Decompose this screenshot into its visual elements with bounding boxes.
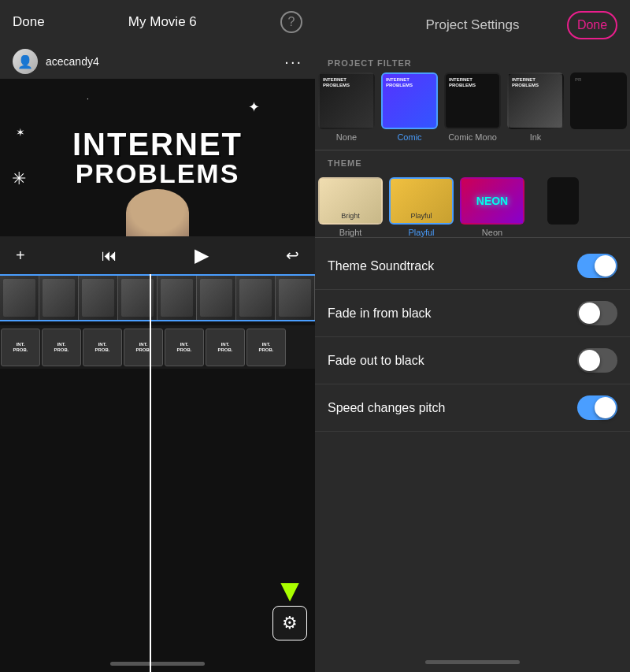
setting-row-theme-soundtrack: Theme Soundtrack — [315, 243, 630, 290]
theme-scroll: Bright Bright Playful Playful NEON Neon — [315, 173, 630, 237]
theme-soundtrack-toggle[interactable] — [577, 254, 617, 278]
home-bar — [425, 660, 520, 664]
project-filter-label: PROJECT FILTER — [315, 50, 630, 72]
theme-item-neon[interactable]: NEON Neon — [457, 177, 528, 237]
theme-thumb-neon: NEON — [460, 177, 524, 225]
undo-button[interactable]: ↩ — [286, 246, 299, 265]
filter-label-ink: Ink — [530, 132, 542, 142]
filter-label-comicmono: Comic Mono — [448, 132, 497, 142]
rewind-icon: ⏮ — [102, 247, 117, 265]
bottom-filmstrip: INT.PROB. INT.PROB. INT.PROB. INT.PROB. … — [0, 325, 315, 369]
theme-thumb-playful: Playful — [389, 177, 454, 225]
thumb-cell: INT.PROB. — [124, 329, 163, 366]
thumb-cell: INT.PROB. — [83, 329, 122, 366]
filter-item-none[interactable]: INTERNETPROBLEMS None — [315, 72, 378, 142]
thumb-cell: INT.PROB. — [246, 329, 286, 366]
username-label: acecandy4 — [46, 55, 284, 68]
filter-item-comic[interactable]: INTERNETPROBLEMS Comic — [378, 72, 441, 142]
theme-label-bright: Bright — [339, 228, 362, 237]
play-icon: ▶ — [195, 244, 209, 266]
filter-thumb-comicmono: INTERNETPROBLEMS — [444, 72, 501, 129]
fade-in-label: Fade in from black — [328, 306, 432, 321]
user-row: 👤 acecandy4 ··· — [0, 44, 315, 79]
theme-item-extra[interactable] — [528, 177, 598, 237]
fade-out-toggle[interactable] — [577, 348, 617, 373]
timeline-area[interactable]: INT.PROB. INT.PROB. INT.PROB. INT.PROB. … — [0, 274, 315, 672]
filter-label-comic: Comic — [397, 132, 421, 142]
theme-label-playful: Playful — [408, 228, 434, 237]
filter-label-none: None — [336, 132, 357, 142]
home-indicator-right — [315, 652, 630, 672]
preview-line1: INTERNET — [72, 128, 243, 160]
film-cell — [79, 276, 118, 320]
theme-label-neon: Neon — [482, 228, 502, 237]
speed-pitch-label: Speed changes pitch — [328, 401, 445, 415]
setting-row-fade-in: Fade in from black — [315, 290, 630, 337]
speed-pitch-toggle[interactable] — [577, 395, 617, 420]
left-header: Done My Movie 6 ? — [0, 0, 315, 44]
theme-thumb-bright: Bright — [318, 177, 383, 225]
controls-bar: + ⏮ ▶ ↩ — [0, 236, 315, 274]
filter-item-ink[interactable]: INTERNETPROBLEMS Ink — [504, 72, 567, 142]
star-decoration-2: ✶ — [16, 126, 25, 139]
speed-pitch-knob — [595, 397, 616, 418]
thumb-cell: INT.PROB. — [42, 329, 81, 366]
done-button[interactable]: Done — [567, 11, 617, 39]
filter-thumb-extra: PR — [570, 72, 627, 129]
help-icon: ? — [288, 15, 295, 29]
thumb-cell: INT.PROB. — [1, 329, 40, 366]
thumb-cell: INT.PROB. — [165, 329, 204, 366]
preview-line2: PROBLEMS — [76, 160, 240, 187]
preview-area: INTERNET PROBLEMS ✦ ✶ ✳ · — [0, 79, 315, 236]
filter-item-extra[interactable]: PR — [567, 72, 630, 142]
add-clip-button[interactable]: + — [16, 247, 25, 265]
star-decoration-3: ✳ — [12, 169, 26, 189]
filter-thumb-comic: INTERNETPROBLEMS — [381, 72, 438, 129]
star-decoration-1: ✦ — [248, 98, 260, 116]
film-cell — [39, 276, 79, 320]
theme-soundtrack-label: Theme Soundtrack — [328, 259, 434, 273]
left-panel: Done My Movie 6 ? 👤 acecandy4 ··· INTERN… — [0, 0, 315, 672]
film-cell — [236, 276, 276, 320]
theme-thumb-extra — [547, 177, 579, 225]
settings-icon-button[interactable]: ⚙ — [272, 606, 307, 640]
filter-thumb-none: INTERNETPROBLEMS — [318, 72, 375, 129]
head-silhouette — [126, 189, 189, 236]
theme-item-playful[interactable]: Playful Playful — [386, 177, 457, 237]
star-decoration-4: · — [87, 95, 89, 103]
film-cell — [158, 276, 197, 320]
film-cell — [118, 276, 158, 320]
left-movie-title: My Movie 6 — [128, 14, 197, 30]
fade-in-toggle[interactable] — [577, 301, 617, 325]
theme-soundtrack-knob — [595, 255, 616, 277]
theme-item-bright[interactable]: Bright Bright — [315, 177, 386, 237]
avatar-image: 👤 — [13, 49, 38, 74]
settings-list: Theme Soundtrack Fade in from black Fade… — [315, 238, 630, 436]
theme-section-label: THEME — [315, 150, 630, 173]
filter-item-comicmono[interactable]: INTERNETPROBLEMS Comic Mono — [441, 72, 504, 142]
more-button[interactable]: ··· — [284, 53, 302, 71]
help-button[interactable]: ? — [280, 11, 302, 33]
film-cell — [197, 276, 236, 320]
filter-thumb-ink: INTERNETPROBLEMS — [507, 72, 564, 129]
down-arrow-icon: ▼ — [274, 574, 306, 606]
add-icon: + — [16, 247, 25, 265]
thumb-cell: INT.PROB. — [206, 329, 245, 366]
right-header: Project Settings Done — [315, 0, 630, 50]
setting-row-fade-out: Fade out to black — [315, 337, 630, 384]
playhead-line — [150, 274, 151, 672]
left-done-button[interactable]: Done — [13, 14, 45, 30]
fade-out-label: Fade out to black — [328, 354, 424, 368]
right-panel: Project Settings Done PROJECT FILTER INT… — [315, 0, 630, 672]
filter-scroll: INTERNETPROBLEMS None INTERNETPROBLEMS C… — [315, 72, 630, 150]
film-cell — [0, 276, 39, 320]
home-indicator — [110, 662, 205, 666]
project-settings-title: Project Settings — [378, 17, 567, 33]
play-button[interactable]: ▶ — [195, 244, 209, 266]
film-cell — [276, 276, 315, 320]
fade-out-knob — [579, 350, 600, 371]
top-filmstrip — [0, 274, 315, 321]
undo-icon: ↩ — [286, 246, 299, 265]
fade-in-knob — [579, 303, 600, 324]
rewind-button[interactable]: ⏮ — [102, 247, 117, 265]
